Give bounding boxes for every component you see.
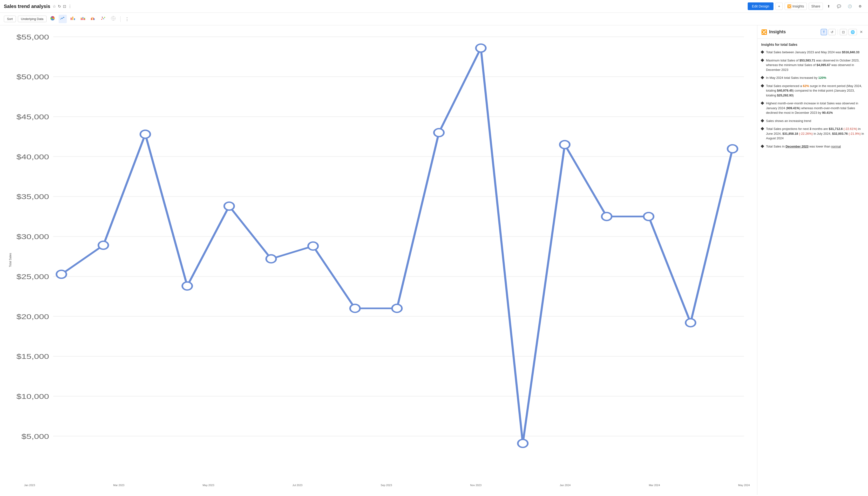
- stacked-bar-button[interactable]: [79, 15, 87, 23]
- svg-rect-10: [91, 18, 92, 20]
- data-point[interactable]: [308, 242, 318, 250]
- svg-point-16: [103, 18, 104, 19]
- insight-text: Total Sales projections for next 3 month…: [766, 126, 864, 141]
- x-label: Mar 2023: [113, 484, 124, 486]
- svg-point-18: [102, 17, 103, 18]
- insight-value: $4,095.67: [817, 63, 831, 67]
- share-button[interactable]: Share: [809, 3, 823, 10]
- copy-insight-button[interactable]: ⊡: [840, 29, 847, 35]
- more-options-button[interactable]: ⋮: [123, 15, 131, 23]
- svg-rect-9: [84, 18, 85, 19]
- insight-value: 3: [810, 127, 811, 130]
- insights-section-title: Insights for total Sales: [761, 43, 864, 47]
- insight-text: Maximum total Sales of $53,583.71 was ob…: [766, 58, 864, 72]
- svg-text:$10,000: $10,000: [16, 392, 49, 400]
- insight-value: 120%: [818, 76, 826, 79]
- svg-rect-12: [93, 18, 94, 20]
- insight-value: $32,003.76: [832, 132, 848, 136]
- x-label: Nov 2023: [470, 484, 482, 486]
- data-point[interactable]: [434, 129, 444, 137]
- y-axis-label: Total Sales: [9, 253, 12, 267]
- data-point[interactable]: [57, 270, 66, 278]
- data-point[interactable]: [392, 305, 402, 312]
- chart-container: $55,000 $50,000 $45,000 $40,000 $35,000 …: [12, 30, 752, 490]
- sort-button[interactable]: Sort: [4, 16, 16, 22]
- insight-value: $25,292.93: [777, 94, 793, 97]
- comment-button[interactable]: 💬: [835, 3, 843, 10]
- data-point[interactable]: [686, 319, 696, 327]
- insight-bullet: [761, 127, 764, 130]
- text-format-button[interactable]: T: [821, 29, 827, 35]
- data-point[interactable]: [728, 145, 737, 153]
- svg-text:$30,000: $30,000: [16, 233, 49, 241]
- globe-button[interactable]: 🌐: [849, 29, 857, 35]
- page-title: Sales trend analysis: [4, 4, 50, 9]
- svg-point-15: [102, 18, 103, 18]
- data-point[interactable]: [602, 213, 612, 220]
- insight-value: $516,840.33: [842, 50, 859, 54]
- toolbar-separator: [120, 16, 121, 22]
- insights-icon: 🔀: [787, 4, 791, 8]
- insight-item: Total Sales experienced a 62% surge in t…: [761, 83, 864, 98]
- svg-text:$5,000: $5,000: [21, 432, 49, 440]
- grouped-bar-button[interactable]: [89, 15, 97, 23]
- map-button[interactable]: [109, 15, 118, 23]
- more-icon[interactable]: ⋮: [68, 4, 72, 9]
- settings-button[interactable]: ⚙: [856, 3, 864, 10]
- insight-value: (-22.26%): [798, 132, 813, 136]
- insight-text: In May 2024 total Sales increased by 120…: [766, 75, 826, 80]
- refresh-insight-button[interactable]: ↺: [828, 29, 836, 35]
- insight-item: Total Sales in December 2023 was lower t…: [761, 144, 864, 149]
- edit-design-button[interactable]: Edit Design: [748, 2, 774, 10]
- svg-point-17: [104, 17, 105, 18]
- history-button[interactable]: 🕐: [845, 3, 854, 10]
- insight-text: Total Sales in December 2023 was lower t…: [766, 144, 841, 149]
- svg-rect-8: [84, 19, 85, 20]
- add-button[interactable]: +: [775, 3, 783, 10]
- star-icon[interactable]: ☆: [52, 4, 56, 9]
- refresh-icon[interactable]: ↻: [58, 4, 61, 9]
- data-point[interactable]: [266, 255, 276, 263]
- svg-text:$45,000: $45,000: [16, 112, 49, 121]
- x-label: May 2024: [738, 484, 750, 486]
- line-chart-button[interactable]: [59, 15, 67, 23]
- x-label: Mar 2024: [649, 484, 660, 486]
- x-label: Jan 2024: [560, 484, 570, 486]
- insight-text: Sales shows an increasing trend: [766, 119, 811, 123]
- insight-item: Maximum total Sales of $53,583.71 was ob…: [761, 58, 864, 72]
- x-label: Sep 2023: [381, 484, 392, 486]
- insight-value: (-21.9%): [848, 132, 861, 136]
- underlying-data-button[interactable]: Underlying Data: [18, 16, 47, 22]
- insight-value: normal: [831, 144, 841, 148]
- pie-chart-button[interactable]: [48, 15, 57, 23]
- bar-chart-button[interactable]: [69, 15, 77, 23]
- upload-button[interactable]: ⬆: [825, 3, 833, 10]
- chart-area: Total Sales $55,000 $50,000 $45,000 $4: [0, 25, 757, 495]
- data-point[interactable]: [560, 140, 570, 149]
- svg-text:$55,000: $55,000: [16, 33, 49, 41]
- data-point[interactable]: [140, 130, 150, 138]
- insights-panel-icon: 🔀: [761, 29, 767, 35]
- insight-value: 90.41%: [822, 111, 833, 114]
- insight-bullet: [761, 50, 764, 54]
- data-point[interactable]: [182, 282, 192, 290]
- data-point[interactable]: [518, 439, 528, 447]
- svg-text:$25,000: $25,000: [16, 272, 49, 281]
- data-point[interactable]: [476, 44, 486, 52]
- insights-close-button[interactable]: ×: [858, 29, 864, 35]
- insight-bullet: [761, 84, 764, 87]
- insight-bullet: [761, 102, 764, 105]
- data-point[interactable]: [644, 213, 654, 220]
- svg-point-14: [101, 19, 102, 20]
- data-point[interactable]: [224, 202, 234, 210]
- scatter-button[interactable]: [99, 15, 107, 23]
- data-point[interactable]: [98, 241, 108, 249]
- insights-button[interactable]: 🔀 Insights: [785, 3, 807, 10]
- svg-rect-2: [72, 17, 73, 20]
- insight-value: 62%: [803, 84, 809, 88]
- save-icon[interactable]: ⊡: [63, 4, 66, 9]
- data-point[interactable]: [350, 305, 360, 312]
- insight-item: Total Sales between January 2023 and May…: [761, 50, 864, 55]
- svg-rect-6: [82, 18, 83, 20]
- insight-bullet: [761, 119, 764, 122]
